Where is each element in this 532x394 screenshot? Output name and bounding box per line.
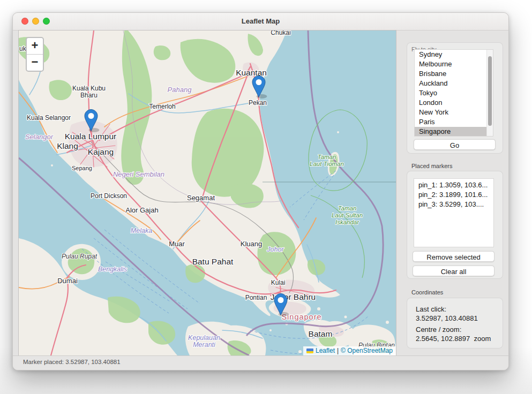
- map-attribution: Leaflet | © OpenStreetMap: [303, 346, 396, 355]
- window-title: Leaflet Map: [13, 13, 508, 30]
- zoom-out-button[interactable]: −: [27, 55, 43, 71]
- placed-markers-group: pin_1: 1.3059, 103.6...pin_2: 3.1899, 10…: [407, 171, 503, 279]
- map-zoom-control: + −: [26, 37, 44, 72]
- clear-all-button[interactable]: Clear all: [413, 266, 494, 276]
- remove-selected-button[interactable]: Remove selected: [413, 251, 494, 262]
- city-option-melbourne[interactable]: Melbourne: [415, 59, 488, 69]
- label-chukai: Chukai: [271, 31, 290, 36]
- label-selangor: Selangor: [25, 133, 54, 141]
- zoom-in-button[interactable]: +: [27, 38, 43, 55]
- coordinates-label: Coordinates: [411, 289, 443, 296]
- city-option-auckland[interactable]: Auckland: [415, 79, 488, 88]
- titlebar[interactable]: Leaflet Map: [13, 13, 508, 31]
- map-viewport[interactable]: ChukaiukKuantanPekanPahangTemerlohKuala …: [18, 30, 396, 356]
- city-option-brisbane[interactable]: Brisbane: [415, 69, 488, 79]
- label-pekan: Pekan: [249, 99, 267, 107]
- centre-zoom-label: Centre / zoom:: [416, 325, 461, 334]
- map-svg: ChukaiukKuantanPekanPahangTemerlohKuala …: [19, 31, 396, 355]
- placed-marker-item[interactable]: pin_3: 3.5299, 103....: [414, 200, 493, 209]
- fly-to-city-group: SydneyMelbourneBrisbaneAucklandTokyoLond…: [407, 42, 503, 154]
- attribution-separator: |: [337, 347, 339, 354]
- label-kluang: Kluang: [241, 240, 262, 248]
- marker-list[interactable]: pin_1: 1.3059, 103.6...pin_2: 3.1899, 10…: [414, 178, 494, 247]
- centre-zoom-value: 2.5645, 102.8897 zoom: [416, 335, 491, 343]
- last-click-label: Last click:: [416, 305, 446, 313]
- label-pahang: Pahang: [168, 86, 192, 94]
- app-window: Leaflet Map: [12, 12, 509, 370]
- label-kajang: Kajang: [88, 147, 114, 156]
- placed-markers-label: Placed markers: [411, 163, 452, 169]
- desktop: Leaflet Map: [0, 0, 532, 394]
- placed-marker-item[interactable]: pin_2: 3.1899, 101.6...: [414, 190, 493, 200]
- label-sepang: Sepang: [72, 165, 92, 171]
- city-option-tokyo[interactable]: Tokyo: [415, 88, 488, 98]
- city-option-paris[interactable]: Paris: [415, 117, 488, 127]
- city-option-singapore[interactable]: Singapore: [415, 127, 488, 137]
- city-option-london[interactable]: London: [415, 98, 488, 108]
- openstreetmap-link[interactable]: © OpenStreetMap: [341, 347, 393, 354]
- leaflet-link[interactable]: Leaflet: [316, 347, 335, 354]
- label-bengkalis: Bengkalis: [98, 266, 127, 273]
- label-port-dickson: Port Dickson: [91, 192, 127, 200]
- city-list-scrollbar-thumb[interactable]: [488, 56, 492, 126]
- city-option-new-york[interactable]: New York: [415, 108, 488, 117]
- label-muar: Muar: [169, 240, 185, 248]
- coordinates-group: Last click: 3.52987, 103.40881 Centre / …: [407, 298, 503, 348]
- city-list-scrollbar[interactable]: [486, 50, 493, 136]
- last-click-value: 3.52987, 103.40881: [416, 314, 478, 322]
- label-pontian: Pontian: [245, 294, 267, 301]
- label-kulai: Kulai: [271, 279, 286, 286]
- label-melaka: Melaka: [131, 227, 152, 234]
- label-negeri-sembilan: Negeri Sembilan: [113, 170, 164, 178]
- statusbar: Marker placed: 3.52987, 103.40881: [13, 355, 508, 370]
- status-text: Marker placed: 3.52987, 103.40881: [23, 359, 121, 365]
- placed-marker-item[interactable]: pin_1: 1.3059, 103.6...: [414, 180, 493, 190]
- go-button[interactable]: Go: [414, 139, 496, 150]
- label-dumai: Dumai: [57, 277, 78, 285]
- label-alor-gajah: Alor Gajah: [125, 206, 158, 214]
- city-option-sydney[interactable]: Sydney: [415, 50, 488, 59]
- label-batu-pahat: Batu Pahat: [192, 257, 234, 266]
- label-kuala-lumpur: Kuala Lumpur: [65, 132, 117, 141]
- label-temerloh: Temerloh: [149, 103, 175, 110]
- label-klang: Klang: [57, 141, 78, 150]
- city-list[interactable]: SydneyMelbourneBrisbaneAucklandTokyoLond…: [414, 49, 493, 137]
- label-batam: Batam: [309, 329, 333, 338]
- label-kuantan: Kuantan: [236, 68, 267, 77]
- label-segamat: Segamat: [187, 194, 215, 202]
- label-pulau-rupat: Pulau Rupat: [62, 253, 98, 260]
- ukraine-flag-icon: [306, 348, 313, 353]
- label-johor: Johor: [266, 246, 284, 253]
- label-kuala-selangor: Kuala Selangor: [27, 114, 71, 122]
